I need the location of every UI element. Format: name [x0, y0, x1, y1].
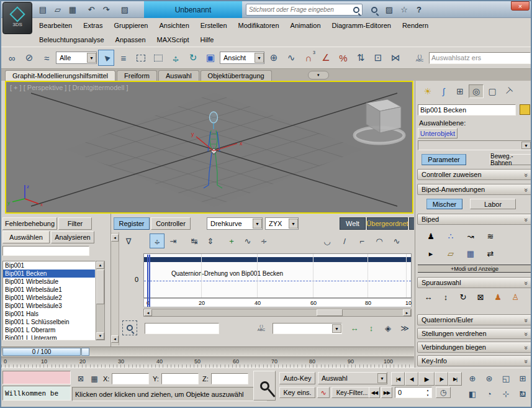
list-item[interactable]: Bip001 Wirbelsäule2: [3, 294, 95, 302]
scale-values-icon[interactable]: ⇕: [203, 233, 218, 248]
key-stats-icon[interactable]: ( )ABC: [254, 320, 269, 335]
menu-modifikatoren[interactable]: Modifikatoren: [233, 22, 285, 29]
menu-diagramm-editoren[interactable]: Diagramm-Editoren: [327, 22, 397, 29]
convert-biped-icon[interactable]: ⇄: [482, 246, 498, 261]
communication-center-icon[interactable]: ▨: [382, 3, 396, 16]
body-horizontal-icon[interactable]: ↔: [420, 291, 436, 303]
kind-button[interactable]: K: [409, 217, 414, 230]
tab-filter[interactable]: Filter: [58, 217, 92, 230]
search-icon[interactable]: [353, 7, 359, 13]
body-rotation-icon[interactable]: ↻: [455, 291, 471, 303]
curve-plot-area[interactable]: Quaternion-Drehung von Bip001 Becken: [143, 253, 412, 298]
reduce-keys-icon[interactable]: ∻: [256, 233, 271, 248]
display-tab-icon[interactable]: ▢: [485, 84, 500, 98]
list-scrollbar[interactable]: ▴ ▾: [96, 261, 105, 340]
viewport-canvas[interactable]: x y z x y: [6, 82, 412, 212]
perspective-viewport[interactable]: [ + ] [ Perspektive ] [ Drahtgittermodel…: [5, 81, 413, 214]
scroll-right-icon[interactable]: ▸: [403, 309, 411, 316]
biped-parts-list[interactable]: Bip001 Bip001 Becken Bip001 Wirbelsäule …: [2, 261, 96, 340]
time-cursor[interactable]: [147, 255, 150, 307]
set-key-button[interactable]: [253, 371, 276, 401]
motion-paths-tab-button[interactable]: Beweg.-Bahnen: [490, 154, 532, 165]
selection-filter-dropdown[interactable]: Alle ▼: [56, 52, 97, 64]
workbench-button[interactable]: Labor: [470, 199, 516, 209]
menu-erstellen[interactable]: Erstellen: [195, 22, 233, 29]
field-of-view-icon[interactable]: ◔: [481, 387, 497, 401]
object-name-field[interactable]: [418, 104, 516, 116]
time-slider-track[interactable]: 0 / 100: [1, 347, 414, 356]
search-input[interactable]: [249, 6, 353, 13]
frame-value-extents-icon[interactable]: ↕: [364, 320, 379, 335]
go-to-end-button[interactable]: ▶|: [448, 372, 462, 386]
selected-track-band[interactable]: [144, 257, 411, 262]
tangent-auto-icon[interactable]: ◡: [320, 233, 335, 248]
tangent-linear-icon[interactable]: /: [337, 233, 352, 248]
application-menu-button[interactable]: 3DS: [2, 2, 32, 34]
rollout-bend-links[interactable]: Verbindungen biegen»: [417, 342, 532, 353]
biped-playback-icon[interactable]: ▸: [423, 246, 439, 261]
select-and-rotate-icon[interactable]: ↻: [185, 50, 201, 66]
select-object-icon[interactable]: ▶: [98, 50, 114, 66]
key-filter-button[interactable]: Key-Filter...: [331, 387, 372, 398]
zoom-extents-icon[interactable]: ◱: [498, 371, 514, 386]
list-item[interactable]: Bip001 Wirbelsäule3: [3, 302, 95, 310]
keyboard-override-icon[interactable]: ( )ABC: [412, 50, 428, 66]
rollout-biped-apps[interactable]: Biped-Anwendungen»: [417, 184, 532, 195]
motion-tab-icon[interactable]: ◎: [469, 84, 484, 98]
scale-keys-icon[interactable]: ↹: [187, 233, 202, 248]
zoom-region-icon[interactable]: [122, 320, 137, 335]
new-file-icon[interactable]: ▤: [36, 3, 50, 16]
zoom-region-icon[interactable]: ◧: [464, 387, 480, 401]
curve-h-scrollbar[interactable]: ◂ ▸: [143, 309, 412, 317]
list-item[interactable]: Bip001 Wirbelsäule1: [3, 286, 95, 294]
rollout-twist-poses[interactable]: Stellungen verdrehen»: [417, 328, 532, 339]
selection-set-dropdown[interactable]: Auswahl ▼: [318, 372, 387, 384]
scrollbar-thumb[interactable]: [317, 309, 343, 316]
previous-frame-button[interactable]: ◀|: [405, 372, 418, 386]
current-frame-field[interactable]: 0 ▴▾: [395, 387, 432, 398]
frame-horizontal-extents-icon[interactable]: ↔: [347, 320, 362, 335]
select-and-move-icon[interactable]: ↔↕: [168, 50, 184, 66]
curve-timeline[interactable]: 0 20 40 60 80 10: [143, 298, 412, 307]
select-keys-icon[interactable]: ◈: [381, 320, 395, 335]
strip-collapse-bottom-icon[interactable]: ◂: [111, 335, 119, 343]
figure-mode-icon[interactable]: ♟: [423, 229, 439, 243]
macro-recorder-pane[interactable]: [2, 371, 71, 384]
mixer-mode-icon[interactable]: ≋: [482, 229, 498, 243]
scrollbar-thumb[interactable]: [96, 270, 104, 304]
object-color-swatch[interactable]: [520, 104, 530, 115]
snap-toggle-3d-icon[interactable]: ∩3: [300, 50, 317, 66]
zoom-all-icon[interactable]: ⊛: [481, 371, 497, 386]
symmetry-left-icon[interactable]: ♟: [490, 291, 506, 303]
manage-scene-icon[interactable]: ▨: [118, 3, 132, 16]
list-item[interactable]: Bip001 L Schlüsselbein: [3, 318, 95, 326]
key-value-field[interactable]: ▼: [273, 323, 342, 334]
subobject-button[interactable]: Unterobjekt: [418, 128, 458, 138]
favorites-star-icon[interactable]: ☆: [397, 3, 411, 16]
list-item[interactable]: Bip001 Wirbelsäule: [3, 278, 95, 286]
rollout-track-selection[interactable]: Spurauswahl»: [417, 277, 532, 288]
next-key-button[interactable]: ▶▶: [381, 387, 392, 398]
open-file-icon[interactable]: ▱: [51, 3, 65, 16]
zoom-extents-all-icon[interactable]: ⊞: [515, 371, 531, 386]
menu-ansichten[interactable]: Ansichten: [153, 22, 194, 29]
menu-bearbeiten[interactable]: Bearbeiten: [34, 22, 78, 29]
named-selection-sets-icon[interactable]: ⊡: [370, 50, 386, 66]
menu-animation[interactable]: Animation: [285, 22, 327, 29]
name-filter-input[interactable]: [2, 246, 89, 256]
welt-button[interactable]: Welt: [340, 217, 366, 230]
tab-graphit-modellierung[interactable]: Graphit-Modellierungshilfsmittel: [5, 70, 115, 81]
lock-com-icon[interactable]: ⊠: [472, 291, 489, 303]
slide-keys-icon[interactable]: ⇥: [166, 233, 181, 248]
utilities-tab-icon[interactable]: ⊤: [501, 84, 516, 98]
modes-and-display-expander[interactable]: +Modi und Anzeige: [418, 265, 531, 273]
title-bar[interactable]: ▤ ▱ ▦ ↶ ↷ ▨ Unbenannt ▨ ☆ ? ×: [1, 1, 531, 18]
motion-flow-mode-icon[interactable]: ↝: [462, 229, 479, 243]
auto-key-button[interactable]: Auto-Key: [279, 372, 315, 384]
strip-collapse-top-icon[interactable]: ◂: [111, 234, 119, 242]
set-key-mode-button[interactable]: Key eins.: [279, 387, 315, 398]
save-file-icon[interactable]: ▦: [66, 3, 79, 16]
tab-auswaehlen[interactable]: Auswählen: [2, 231, 50, 243]
select-and-scale-icon[interactable]: ▣: [202, 50, 219, 66]
select-and-link-icon[interactable]: ∞: [4, 50, 20, 66]
